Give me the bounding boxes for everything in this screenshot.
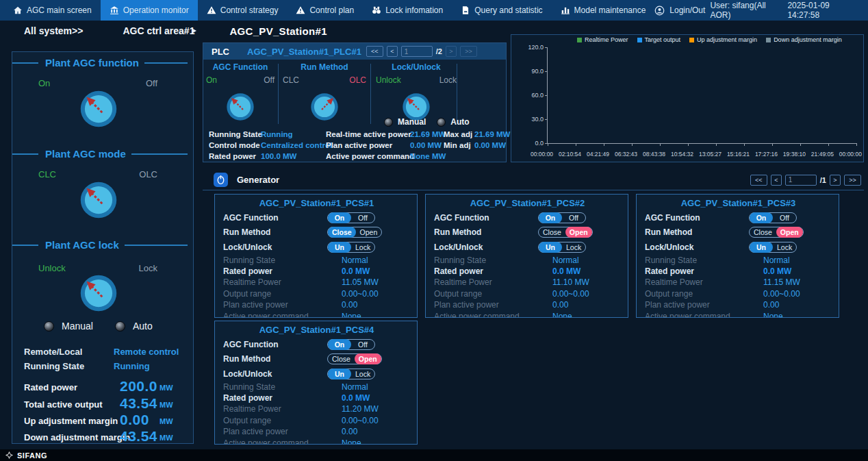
- generator-bar: Generator << < /1 > >>: [203, 171, 864, 190]
- toggle-option-close[interactable]: Close: [539, 227, 565, 238]
- nav-item-query-and-statistic[interactable]: Query and statistic: [452, 0, 551, 21]
- plc-auto-radio[interactable]: [437, 118, 446, 127]
- toggle-option-off[interactable]: Off: [351, 212, 374, 223]
- sifang-logo-icon: [5, 449, 13, 461]
- nav-item-lock-information[interactable]: Lock infomation: [363, 0, 452, 21]
- toggle-option-un[interactable]: Un: [328, 242, 351, 253]
- toggle-option-on[interactable]: On: [328, 212, 351, 223]
- running-state-value: Normal: [342, 382, 368, 392]
- lock-unlock-toggle[interactable]: UnLock: [327, 242, 375, 253]
- power-curve-chart-panel: Realtime PowerTarget outputUp adjustment…: [511, 34, 864, 162]
- breadcrumb-all-system[interactable]: All system>>: [24, 25, 83, 36]
- agc-function-toggle[interactable]: OnOff: [327, 212, 375, 223]
- run-method-toggle[interactable]: CloseOpen: [749, 227, 804, 238]
- toggle-option-close[interactable]: Close: [328, 353, 355, 364]
- rated-power-row: Rated power0.0 MW: [645, 266, 832, 277]
- toggle-option-open[interactable]: Open: [355, 353, 381, 364]
- manual-radio[interactable]: [44, 321, 54, 332]
- toggle-option-off[interactable]: Off: [351, 339, 374, 350]
- pcs-card-1: AGC_PV_Station#1_PCS#1AGC FunctionOnOffR…: [214, 194, 418, 318]
- toggle-option-close[interactable]: Close: [328, 227, 356, 238]
- run-method-toggle[interactable]: CloseOpen: [327, 227, 382, 238]
- nav-item-agc-main-screen[interactable]: AGC main screen: [4, 0, 101, 21]
- toggle-option-lock[interactable]: Lock: [351, 369, 374, 379]
- legend-swatch: [766, 38, 771, 42]
- nav-item-model-maintenance[interactable]: Model maintenance: [552, 0, 655, 21]
- toggle-option-lock[interactable]: Lock: [351, 242, 374, 253]
- generator-page-input[interactable]: [785, 175, 817, 186]
- running-state-row: Running StateNormal: [223, 255, 410, 266]
- login-out-link[interactable]: Login/Out: [669, 5, 705, 15]
- nav-item-operation-monitor[interactable]: Operation monitor: [101, 0, 198, 21]
- auto-radio[interactable]: [115, 321, 125, 332]
- x-axis-tick-label: 02:10:54: [559, 151, 581, 158]
- nav-item-control-plan[interactable]: Control plan: [287, 0, 363, 21]
- lock-unlock-toggle[interactable]: UnLock: [327, 369, 375, 379]
- plan-active-power-value: 0.00: [763, 300, 779, 310]
- option-clc: CLC: [38, 169, 56, 179]
- legend-swatch: [637, 38, 642, 42]
- toggle-option-lock[interactable]: Lock: [773, 242, 796, 253]
- generator-page-total: /1: [820, 176, 826, 184]
- toggle-option-open[interactable]: Open: [776, 227, 803, 238]
- active-power-command-value: None: [763, 312, 783, 318]
- breadcrumb-arrow-icon: [192, 28, 196, 34]
- lock-unlock-row: Lock/UnlockUnLock: [645, 240, 832, 255]
- plc-page-input[interactable]: [401, 46, 433, 57]
- x-axis-tick-label: 13:05:27: [699, 151, 722, 158]
- plant-agc-function-options: On Off: [12, 78, 193, 88]
- toggle-option-on[interactable]: On: [328, 339, 351, 350]
- realtime-power-value: 11.10 MW: [552, 277, 589, 287]
- plant-panel: Plant AGC function On Off Plant AGC mode…: [12, 51, 194, 444]
- toggle-option-close[interactable]: Close: [750, 227, 776, 238]
- bank-icon: [110, 5, 119, 15]
- realtime-power-row: Realtime Power11.05 MW: [223, 277, 410, 288]
- toggle-option-on[interactable]: On: [750, 212, 773, 223]
- generator-last-page-button[interactable]: >>: [844, 175, 861, 186]
- generator-prev-page-button[interactable]: <: [771, 175, 782, 186]
- active-power-command-row: Active power commandNone: [223, 437, 410, 445]
- toggle-option-lock[interactable]: Lock: [562, 242, 585, 253]
- plc-manual-radio[interactable]: [384, 118, 393, 127]
- toggle-option-un[interactable]: Un: [539, 242, 562, 253]
- active-power-command-value: None: [552, 312, 572, 318]
- plc-run-method-knob[interactable]: [310, 92, 339, 121]
- nav-item-control-strategy[interactable]: Control strategy: [198, 0, 288, 21]
- run-method-toggle[interactable]: CloseOpen: [327, 353, 382, 364]
- toggle-option-on[interactable]: On: [539, 212, 562, 223]
- toggle-option-off[interactable]: Off: [562, 212, 585, 223]
- plc-last-page-button[interactable]: >>: [460, 46, 477, 57]
- plan-active-power-value: 0.00: [552, 300, 568, 310]
- legend-item: Down adjustment margin: [766, 36, 842, 43]
- option-olc: OLC: [349, 75, 366, 85]
- app-root: AGC main screenOperation monitorControl …: [0, 0, 868, 461]
- generator-icon: [214, 173, 228, 187]
- plan-active-power-row: Plan active power0.00: [645, 299, 832, 310]
- output-range-value: 0.00~0.00: [342, 416, 379, 425]
- toggle-option-open[interactable]: Open: [565, 227, 592, 238]
- plc-prev-page-button[interactable]: <: [387, 46, 398, 57]
- toggle-option-off[interactable]: Off: [773, 212, 796, 223]
- breadcrumb-ctrl-area[interactable]: AGC ctrl area#1: [123, 25, 194, 36]
- x-axis-tick-label: 06:32:43: [615, 151, 637, 158]
- generator-next-page-button[interactable]: >: [830, 175, 841, 186]
- generator-first-page-button[interactable]: <<: [750, 175, 767, 186]
- toggle-option-open[interactable]: Open: [356, 227, 382, 238]
- plc-manual-auto-row: Manual Auto: [384, 117, 470, 127]
- agc-function-toggle[interactable]: OnOff: [327, 339, 375, 350]
- lock-unlock-toggle[interactable]: UnLock: [749, 242, 797, 253]
- agc-function-toggle[interactable]: OnOff: [538, 212, 586, 223]
- toggle-option-un[interactable]: Un: [750, 242, 773, 253]
- agc-function-toggle[interactable]: OnOff: [749, 212, 797, 223]
- plant-agc-lock-knob[interactable]: [79, 274, 118, 312]
- plc-next-page-button[interactable]: >: [446, 46, 457, 57]
- plc-first-page-button[interactable]: <<: [366, 46, 383, 57]
- run-method-toggle[interactable]: CloseOpen: [538, 227, 593, 238]
- plc-agc-function-knob[interactable]: [226, 92, 255, 121]
- toggle-option-un[interactable]: Un: [328, 369, 351, 379]
- lock-unlock-toggle[interactable]: UnLock: [538, 242, 586, 253]
- nav-item-label: Operation monitor: [123, 5, 189, 15]
- plant-agc-mode-knob[interactable]: [79, 181, 118, 219]
- run-method-row: Run MethodCloseOpen: [223, 225, 410, 240]
- plant-agc-function-knob[interactable]: [79, 90, 118, 128]
